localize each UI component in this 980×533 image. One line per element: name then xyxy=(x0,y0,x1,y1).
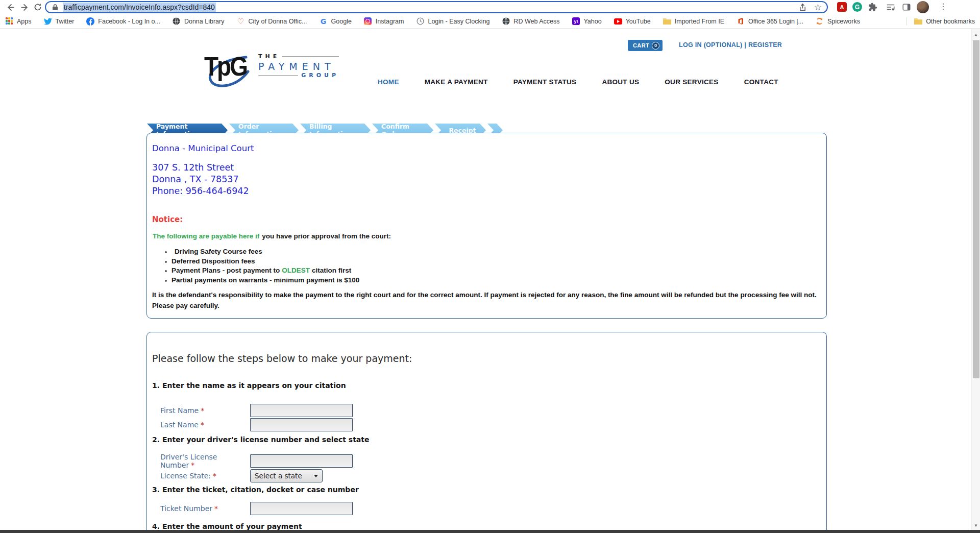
chevron-down-icon xyxy=(314,475,318,477)
bookmark-spiceworks[interactable]: Spiceworks xyxy=(816,17,860,26)
license-state-select[interactable]: Select a state xyxy=(250,469,323,482)
first-name-label: First Name* xyxy=(160,406,250,415)
globe-icon xyxy=(502,17,510,26)
payment-form-panel: Please follow the steps below to make yo… xyxy=(146,332,827,533)
reload-button[interactable] xyxy=(32,1,44,13)
login-register-links[interactable]: LOG IN (OPTIONAL) | REGISTER xyxy=(679,41,782,49)
nav-our-services[interactable]: OUR SERVICES xyxy=(665,78,718,86)
logo-tpg-text: TpG xyxy=(204,51,247,82)
bookmark-office-365[interactable]: Office 365 Login |... xyxy=(737,17,803,26)
twitter-icon xyxy=(44,17,52,26)
license-number-label: Driver's License Number* xyxy=(160,453,250,469)
scrollbar-up-arrow[interactable]: ▲ xyxy=(972,31,980,38)
license-number-input[interactable] xyxy=(250,454,353,468)
form-step1-heading: 1. Enter the name as it appears on your … xyxy=(152,381,346,390)
site-logo[interactable]: TpG THE PAYMENT GROUP xyxy=(204,51,339,79)
list-item: Deferred Disposition fees xyxy=(165,257,359,267)
nav-contact[interactable]: CONTACT xyxy=(744,78,778,86)
last-name-input[interactable] xyxy=(250,418,353,431)
court-address-line2: Donna , TX - 78537 xyxy=(152,174,249,185)
facebook-icon xyxy=(86,17,94,26)
license-state-selected-value: Select a state xyxy=(255,472,302,480)
google-icon: G xyxy=(320,17,328,26)
bookmark-label: Login - Easy Clocking xyxy=(428,18,489,25)
scrollbar-thumb[interactable] xyxy=(973,40,979,378)
bookmark-imported-from-ie[interactable]: Imported From IE xyxy=(663,17,724,26)
media-controls-icon[interactable] xyxy=(886,2,896,12)
browser-toolbar: trafficpayment.com/InvoiceInfo.aspx?csdI… xyxy=(0,0,980,14)
nav-make-a-payment[interactable]: MAKE A PAYMENT xyxy=(425,78,488,86)
cart-button[interactable]: CART 0 xyxy=(628,40,663,51)
bookmark-label: Other bookmarks xyxy=(926,18,975,25)
bookmark-label: Donna Library xyxy=(184,18,225,25)
nav-payment-status[interactable]: PAYMENT STATUS xyxy=(513,78,577,86)
adobe-acrobat-extension-icon[interactable]: A xyxy=(837,2,847,12)
license-state-label: License State:* xyxy=(160,472,250,480)
ticket-number-input[interactable] xyxy=(250,502,353,515)
bookmark-label: Twitter xyxy=(56,18,75,25)
other-bookmarks[interactable]: Other bookmarks xyxy=(906,17,975,26)
bookmark-twitter[interactable]: Twitter xyxy=(44,17,75,26)
profile-avatar[interactable] xyxy=(917,1,929,13)
globe-icon xyxy=(173,17,181,26)
extensions-puzzle-icon[interactable] xyxy=(868,2,878,12)
address-bar[interactable]: trafficpayment.com/InvoiceInfo.aspx?csdI… xyxy=(45,1,828,13)
form-step3-heading: 3. Enter the ticket, citation, docket or… xyxy=(152,486,359,494)
bookmark-label: RD Web Access xyxy=(513,18,559,25)
nav-about-us[interactable]: ABOUT US xyxy=(602,78,639,86)
court-address: 307 S. 12th Street Donna , TX - 78537 Ph… xyxy=(152,162,249,197)
court-name: Donna - Municipal Court xyxy=(152,143,254,153)
page-scrollbar[interactable]: ▲ ▼ xyxy=(971,29,980,530)
bookmark-rd-web-access[interactable]: RD Web Access xyxy=(502,17,559,26)
bookmark-label: Apps xyxy=(17,18,32,25)
share-icon[interactable] xyxy=(798,3,807,12)
nav-home[interactable]: HOME xyxy=(378,78,399,86)
bookmark-label: Yahoo xyxy=(583,18,601,25)
last-name-label: Last Name* xyxy=(160,421,250,429)
first-name-input[interactable] xyxy=(250,404,353,417)
youtube-icon xyxy=(614,18,622,25)
back-button[interactable] xyxy=(4,1,16,13)
url-text: trafficpayment.com/InvoiceInfo.aspx?csdI… xyxy=(63,3,216,11)
browser-menu-icon[interactable]: ⋮ xyxy=(939,2,947,11)
bookmark-label: Office 365 Login |... xyxy=(748,18,803,25)
form-title: Please follow the steps below to make yo… xyxy=(152,353,412,364)
bookmark-easy-clocking[interactable]: Login - Easy Clocking xyxy=(416,17,489,26)
bookmark-instagram[interactable]: Instagram xyxy=(364,17,404,26)
folder-icon xyxy=(914,17,922,26)
logo-mark: TpG xyxy=(204,51,251,79)
oldest-highlight: OLDEST xyxy=(282,266,310,274)
side-panel-icon[interactable] xyxy=(901,2,912,12)
bookmark-label: Spiceworks xyxy=(827,18,860,25)
bookmark-google[interactable]: G Google xyxy=(320,17,352,26)
bookmark-yahoo[interactable]: y! Yahoo xyxy=(572,17,601,26)
scrollbar-down-arrow[interactable]: ▼ xyxy=(972,522,980,529)
bookmark-star-icon[interactable]: ☆ xyxy=(814,3,822,12)
bookmark-label: Google xyxy=(331,18,352,25)
yahoo-icon: y! xyxy=(572,17,580,25)
logo-wordmark: THE PAYMENT GROUP xyxy=(258,51,339,79)
bookmark-apps[interactable]: Apps xyxy=(5,17,32,26)
notice-intro: The following are payable here ifyou hav… xyxy=(153,232,391,240)
ticket-number-label: Ticket Number* xyxy=(160,504,250,513)
logo-payment: PAYMENT xyxy=(258,61,335,72)
browser-window: trafficpayment.com/InvoiceInfo.aspx?csdI… xyxy=(0,0,980,533)
bookmark-label: Imported From IE xyxy=(675,18,724,25)
bookmark-label: Facebook - Log In o... xyxy=(98,18,160,25)
bookmark-youtube[interactable]: YouTube xyxy=(614,17,651,26)
logo-group: GROUP xyxy=(301,72,339,79)
bookmark-donna-library[interactable]: Donna Library xyxy=(173,17,225,26)
list-item: Driving Safety Course fees xyxy=(165,248,359,257)
court-address-line1: 307 S. 12th Street xyxy=(152,162,249,174)
main-navigation: HOME MAKE A PAYMENT PAYMENT STATUS ABOUT… xyxy=(378,78,778,86)
clock-icon xyxy=(416,17,424,26)
forward-button[interactable] xyxy=(18,1,31,13)
responsibility-disclaimer: It is the defendant's responsibility to … xyxy=(152,289,820,311)
grammarly-extension-icon[interactable]: G xyxy=(852,2,862,12)
bookmark-label: City of Donna Offic... xyxy=(248,18,307,25)
logo-the: THE xyxy=(258,53,280,60)
list-item: Partial payments on warrants - minimum p… xyxy=(165,276,359,286)
folder-icon xyxy=(663,17,671,26)
bookmark-facebook[interactable]: Facebook - Log In o... xyxy=(86,17,160,26)
bookmark-city-of-donna[interactable]: ♡ City of Donna Offic... xyxy=(236,17,307,26)
